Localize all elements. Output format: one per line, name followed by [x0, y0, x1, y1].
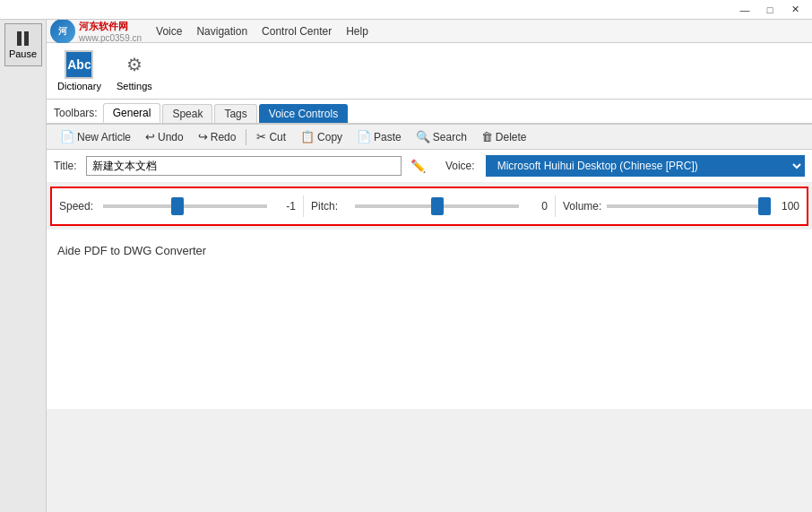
app-layout: Pause 河 河东软件网 www.pc0359.cn Voice Naviga… — [0, 20, 812, 512]
logo-url: www.pc0359.cn — [79, 33, 142, 43]
dictionary-button[interactable]: Abc Dictionary — [54, 47, 105, 95]
toolbars-label: Toolbars: — [54, 107, 98, 119]
new-article-icon: 📄 — [60, 130, 74, 143]
toolbars-row: Toolbars: General Speak Tags Voice Contr… — [47, 100, 812, 123]
volume-slider[interactable] — [607, 204, 771, 208]
pitch-value: 0 — [523, 200, 548, 213]
pencil-button[interactable]: ✏️ — [409, 157, 428, 175]
menubar: 河 河东软件网 www.pc0359.cn Voice Navigation C… — [47, 20, 812, 43]
undo-label: Undo — [158, 131, 184, 143]
paste-icon: 📄 — [357, 130, 371, 143]
new-article-label: New Article — [77, 131, 131, 143]
action-toolbar: 📄 New Article ↩ Undo ↪ Redo ✂ Cut 📋 Copy — [47, 124, 812, 150]
main-content: 河 河东软件网 www.pc0359.cn Voice Navigation C… — [47, 20, 812, 512]
dictionary-label: Dictionary — [57, 81, 101, 91]
pitch-slider[interactable] — [355, 204, 519, 208]
speed-pitch-volume-row: Speed: -1 Pitch: 0 Volume: 100 — [50, 187, 808, 226]
minimize-button[interactable]: — — [733, 2, 756, 18]
spv-divider-1 — [303, 195, 304, 217]
menu-navigation[interactable]: Navigation — [189, 23, 255, 39]
copy-button[interactable]: 📋 Copy — [294, 127, 349, 146]
search-icon: 🔍 — [416, 130, 430, 143]
tab-tags[interactable]: Tags — [214, 104, 256, 123]
new-article-button[interactable]: 📄 New Article — [54, 127, 137, 146]
menu-voice[interactable]: Voice — [149, 23, 189, 39]
spv-divider-2 — [555, 195, 556, 217]
redo-button[interactable]: ↪ Redo — [192, 127, 243, 146]
volume-value: 100 — [774, 200, 799, 213]
logo-text: 河东软件网 — [79, 20, 142, 33]
copy-label: Copy — [317, 131, 342, 143]
undo-button[interactable]: ↩ Undo — [139, 127, 190, 146]
copy-icon: 📋 — [300, 130, 315, 143]
cut-button[interactable]: ✂ Cut — [250, 127, 292, 146]
voice-select[interactable]: Microsoft Huihui Desktop (Chinese [PRC]) — [486, 155, 805, 177]
tab-speak[interactable]: Speak — [162, 104, 212, 123]
delete-label: Delete — [496, 131, 527, 143]
speed-label: Speed: — [59, 200, 99, 213]
logo-icon: 河 — [50, 20, 75, 44]
title-voice-row: Title: ✏️ Voice: Microsoft Huihui Deskto… — [47, 150, 812, 183]
redo-label: Redo — [211, 131, 237, 143]
titlebar: — □ ✕ — [0, 0, 812, 20]
voice-label: Voice: — [445, 160, 475, 172]
tabs-section: Toolbars: General Speak Tags Voice Contr… — [47, 100, 812, 124]
title-input[interactable] — [86, 156, 402, 176]
cut-icon: ✂ — [256, 130, 266, 143]
speed-value: -1 — [271, 200, 296, 213]
content-area: Aide PDF to DWG Converter — [47, 230, 812, 409]
search-label: Search — [433, 131, 467, 143]
paste-button[interactable]: 📄 Paste — [350, 127, 408, 146]
title-label: Title: — [54, 160, 77, 172]
gear-icon: ⚙ — [120, 50, 149, 79]
speed-group: Speed: -1 — [59, 200, 296, 213]
main-toolbar: Abc Dictionary ⚙ Settings — [47, 43, 812, 100]
volume-group: Volume: 100 — [563, 200, 799, 213]
pause-label: Pause — [9, 48, 37, 59]
toolbar-separator-1 — [246, 129, 246, 145]
pause-icon — [17, 31, 29, 46]
close-button[interactable]: ✕ — [783, 2, 807, 18]
logo-area: 河 河东软件网 www.pc0359.cn — [50, 20, 142, 44]
tab-general[interactable]: General — [103, 103, 161, 123]
settings-label: Settings — [117, 81, 152, 91]
cut-label: Cut — [269, 131, 286, 143]
delete-button[interactable]: 🗑 Delete — [475, 127, 533, 146]
paste-label: Paste — [374, 131, 402, 143]
maximize-button[interactable]: □ — [758, 2, 782, 18]
pause-button[interactable]: Pause — [4, 23, 42, 66]
undo-icon: ↩ — [145, 130, 155, 143]
volume-label: Volume: — [563, 200, 603, 213]
delete-icon: 🗑 — [481, 130, 493, 143]
speed-slider[interactable] — [103, 204, 267, 208]
pitch-label: Pitch: — [311, 200, 351, 213]
dictionary-icon: Abc — [65, 50, 93, 79]
left-panel: Pause — [0, 20, 47, 512]
content-text: Aide PDF to DWG Converter — [57, 244, 206, 257]
tab-voice-controls[interactable]: Voice Controls — [259, 104, 348, 123]
settings-button[interactable]: ⚙ Settings — [112, 47, 157, 95]
redo-icon: ↪ — [198, 130, 208, 143]
menu-control-center[interactable]: Control Center — [255, 23, 339, 39]
menu-help[interactable]: Help — [339, 23, 376, 39]
pitch-group: Pitch: 0 — [311, 200, 548, 213]
search-button[interactable]: 🔍 Search — [410, 127, 473, 146]
